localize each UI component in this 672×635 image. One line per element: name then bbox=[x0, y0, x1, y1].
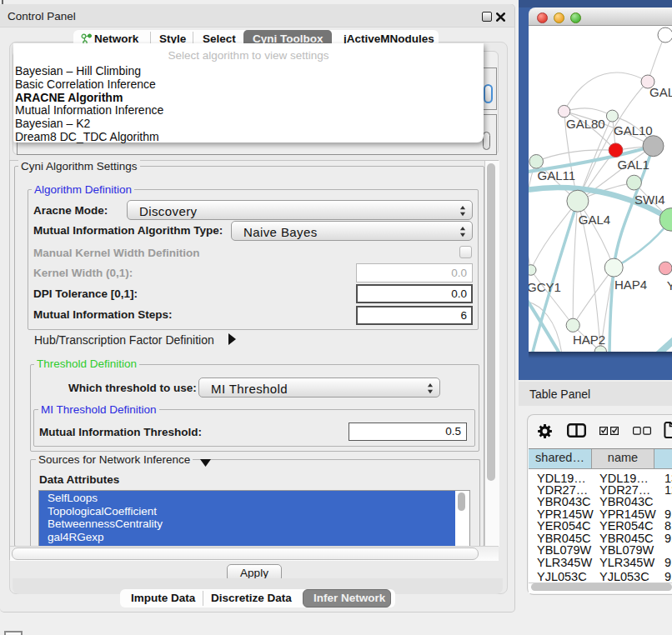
svg-text:GAL2: GAL2 bbox=[649, 85, 672, 99]
svg-text:GCY1: GCY1 bbox=[529, 280, 561, 294]
svg-text:GAL80: GAL80 bbox=[566, 117, 605, 131]
svg-text:HAP2: HAP2 bbox=[573, 332, 605, 347]
svg-text:HAP4: HAP4 bbox=[614, 278, 647, 292]
svg-text:GAL10: GAL10 bbox=[614, 123, 653, 138]
svg-text:GAL11: GAL11 bbox=[538, 168, 576, 182]
svg-text:GAL4: GAL4 bbox=[579, 212, 610, 227]
svg-text:GAL1: GAL1 bbox=[618, 158, 649, 172]
svg-text:Y: Y bbox=[667, 278, 672, 292]
svg-text:SWI4: SWI4 bbox=[634, 192, 665, 207]
